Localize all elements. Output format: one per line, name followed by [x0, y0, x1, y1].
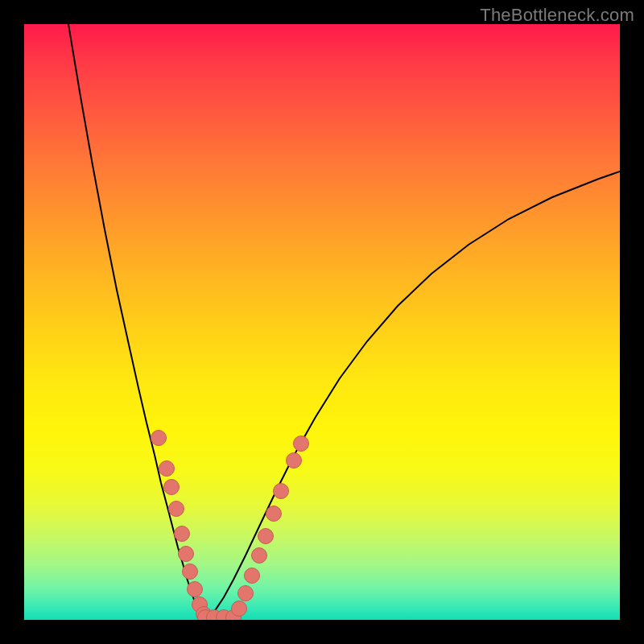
data-dot [266, 506, 282, 522]
data-dots-group [151, 431, 309, 621]
data-dot [159, 461, 175, 477]
data-dot [287, 453, 302, 469]
data-dot [258, 529, 274, 544]
data-dot [179, 547, 194, 562]
data-dot [183, 564, 198, 580]
data-dot [294, 436, 309, 452]
curve-right-branch [205, 171, 620, 618]
data-dot [169, 502, 184, 517]
data-dot [175, 526, 190, 542]
data-dot [245, 568, 260, 584]
data-dot [151, 431, 167, 446]
data-dot [238, 586, 254, 601]
watermark-text: TheBottleneck.com [480, 5, 634, 26]
data-dot [274, 484, 289, 499]
data-dot [232, 601, 247, 617]
data-dot [252, 548, 267, 564]
data-dot [164, 480, 180, 495]
data-dot [188, 582, 203, 597]
bottleneck-chart [24, 24, 620, 620]
